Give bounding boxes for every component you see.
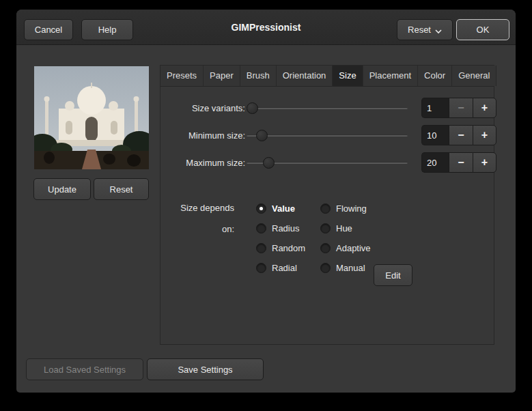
gimpressionist-dialog: Cancel Help GIMPressionist Reset OK bbox=[16, 10, 516, 393]
help-button[interactable]: Help bbox=[81, 19, 133, 40]
radio-dot-icon bbox=[256, 203, 266, 214]
size-variants-input[interactable] bbox=[421, 98, 449, 118]
maximum-size-label: Maximum size: bbox=[177, 152, 245, 173]
radio-label: Random bbox=[272, 243, 305, 253]
slider-track bbox=[247, 134, 408, 137]
radio-dot-icon bbox=[320, 243, 331, 253]
reset-menu-label: Reset bbox=[408, 25, 431, 35]
radio-hue[interactable]: Hue bbox=[320, 221, 352, 235]
plus-button[interactable]: + bbox=[473, 98, 496, 118]
radio-label: Manual bbox=[336, 263, 365, 273]
update-preview-button[interactable]: Update bbox=[33, 178, 91, 200]
plus-button[interactable]: + bbox=[473, 152, 496, 173]
tab-brush[interactable]: Brush bbox=[240, 66, 277, 86]
radio-label: Radial bbox=[272, 263, 297, 273]
tab-row: Presets Paper Brush Orientation Size Pla… bbox=[160, 66, 494, 87]
maximum-size-spin: − + bbox=[421, 152, 496, 173]
minimum-size-slider[interactable] bbox=[247, 125, 408, 146]
size-variants-slider[interactable] bbox=[247, 98, 408, 119]
maximum-size-input[interactable] bbox=[421, 152, 449, 173]
ok-button[interactable]: OK bbox=[456, 19, 509, 40]
tab-size[interactable]: Size bbox=[333, 66, 363, 86]
tab-presets[interactable]: Presets bbox=[160, 66, 204, 86]
size-depends-label: Size depends on: bbox=[166, 197, 234, 240]
slider-handle[interactable] bbox=[247, 102, 258, 114]
minus-button[interactable]: − bbox=[449, 98, 473, 118]
maximum-size-row: Maximum size: − + bbox=[171, 152, 484, 173]
radio-flowing[interactable]: Flowing bbox=[320, 201, 367, 215]
slider-track bbox=[247, 107, 408, 109]
minimum-size-row: Minimum size: − + bbox=[171, 125, 484, 146]
radio-dot-icon bbox=[320, 263, 331, 273]
radio-label: Radius bbox=[272, 223, 299, 233]
radio-label: Adaptive bbox=[336, 243, 371, 253]
radio-manual[interactable]: Manual bbox=[320, 261, 365, 274]
reset-menu-button[interactable]: Reset bbox=[397, 19, 453, 40]
slider-handle[interactable] bbox=[256, 130, 268, 141]
size-variants-row: Size variants: − + bbox=[171, 98, 484, 119]
reset-preview-button[interactable]: Reset bbox=[94, 178, 149, 200]
radio-dot-icon bbox=[256, 243, 266, 253]
tab-placement[interactable]: Placement bbox=[363, 66, 418, 86]
radio-label: Hue bbox=[336, 223, 352, 233]
tab-orientation[interactable]: Orientation bbox=[277, 66, 333, 86]
slider-handle[interactable] bbox=[263, 157, 275, 169]
maximum-size-slider[interactable] bbox=[247, 152, 408, 173]
radio-radial[interactable]: Radial bbox=[256, 261, 297, 274]
radio-radius[interactable]: Radius bbox=[256, 221, 299, 235]
plus-button[interactable]: + bbox=[473, 125, 496, 145]
radio-adaptive[interactable]: Adaptive bbox=[320, 241, 371, 255]
minus-button[interactable]: − bbox=[449, 152, 473, 173]
size-variants-spin: − + bbox=[421, 98, 496, 118]
size-variants-label: Size variants: bbox=[177, 98, 245, 119]
radio-dot-icon bbox=[320, 223, 331, 233]
tab-general[interactable]: General bbox=[452, 66, 496, 86]
radio-label: Value bbox=[272, 203, 295, 214]
chevron-down-icon bbox=[435, 27, 442, 33]
cancel-button[interactable]: Cancel bbox=[24, 19, 73, 40]
header-bar: Cancel Help GIMPressionist Reset OK bbox=[16, 10, 516, 45]
tab-paper[interactable]: Paper bbox=[204, 66, 240, 86]
size-panel: Size variants: − + Minimum size: bbox=[160, 87, 494, 344]
radio-dot-icon bbox=[320, 203, 331, 214]
edit-button[interactable]: Edit bbox=[374, 264, 412, 286]
taj-mahal-preview-illustration bbox=[34, 66, 149, 169]
radio-dot-icon bbox=[256, 223, 266, 233]
preview-image bbox=[34, 66, 149, 169]
save-settings-button[interactable]: Save Settings bbox=[147, 358, 264, 380]
radio-label: Flowing bbox=[336, 203, 367, 214]
settings-notebook: Presets Paper Brush Orientation Size Pla… bbox=[160, 65, 494, 345]
tab-color[interactable]: Color bbox=[418, 66, 452, 86]
radio-random[interactable]: Random bbox=[256, 241, 305, 255]
minus-button[interactable]: − bbox=[449, 125, 473, 145]
minimum-size-spin: − + bbox=[421, 125, 496, 145]
radio-dot-icon bbox=[256, 263, 266, 273]
radio-value[interactable]: Value bbox=[256, 201, 295, 215]
load-saved-settings-button[interactable]: Load Saved Settings bbox=[26, 358, 143, 380]
minimum-size-input[interactable] bbox=[421, 125, 449, 145]
minimum-size-label: Minimum size: bbox=[177, 125, 245, 146]
